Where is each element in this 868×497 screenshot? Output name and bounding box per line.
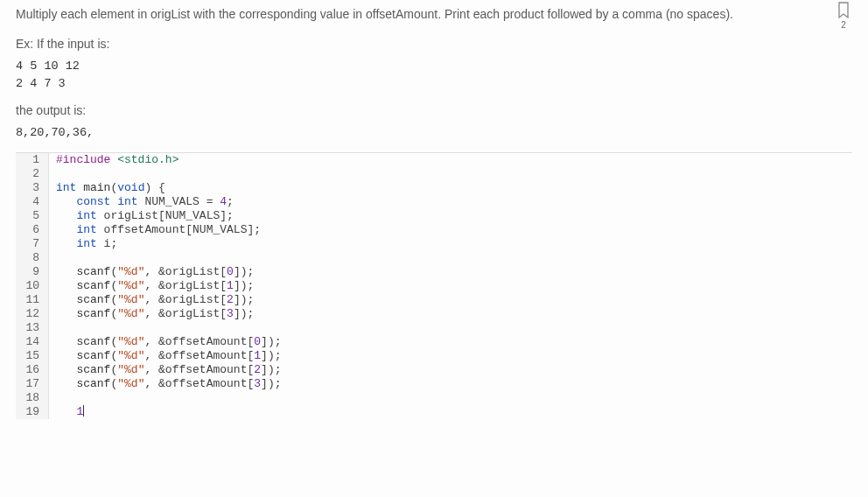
code-content[interactable]: scanf("%d", &origList[3]); — [49, 307, 254, 321]
code-content[interactable]: scanf("%d", &origList[0]); — [49, 265, 254, 279]
line-number: 17 — [16, 377, 49, 391]
code-content[interactable] — [49, 391, 56, 405]
text-cursor — [83, 405, 84, 416]
code-content[interactable]: int origList[NUM_VALS]; — [49, 209, 234, 223]
code-line[interactable]: 17 scanf("%d", &offsetAmount[3]); — [16, 377, 852, 391]
code-content[interactable] — [49, 321, 56, 335]
line-number: 12 — [16, 307, 49, 321]
code-content[interactable]: scanf("%d", &offsetAmount[2]); — [49, 363, 282, 377]
code-content[interactable]: scanf("%d", &offsetAmount[0]); — [49, 335, 282, 349]
code-content[interactable]: const int NUM_VALS = 4; — [49, 195, 234, 209]
line-number: 11 — [16, 293, 49, 307]
line-number: 9 — [16, 265, 49, 279]
line-number: 3 — [16, 181, 49, 195]
code-content[interactable]: scanf("%d", &offsetAmount[1]); — [49, 349, 282, 363]
code-line[interactable]: 1#include <stdio.h> — [16, 153, 852, 167]
code-line[interactable]: 14 scanf("%d", &offsetAmount[0]); — [16, 335, 852, 349]
code-content[interactable]: scanf("%d", &origList[2]); — [49, 293, 254, 307]
line-number: 14 — [16, 335, 49, 349]
line-number: 15 — [16, 349, 49, 363]
code-content[interactable]: int main(void) { — [49, 181, 165, 195]
code-content[interactable] — [49, 251, 56, 265]
line-number: 13 — [16, 321, 49, 335]
example-output-label: the output is: — [16, 103, 852, 117]
code-line[interactable]: 5 int origList[NUM_VALS]; — [16, 209, 852, 223]
code-line[interactable]: 13 — [16, 321, 852, 335]
line-number: 8 — [16, 251, 49, 265]
bookmark-count: 2 — [841, 20, 846, 30]
code-line[interactable]: 15 scanf("%d", &offsetAmount[1]); — [16, 349, 852, 363]
line-number: 5 — [16, 209, 49, 223]
code-line[interactable]: 4 const int NUM_VALS = 4; — [16, 195, 852, 209]
line-number: 7 — [16, 237, 49, 251]
code-line[interactable]: 8 — [16, 251, 852, 265]
code-line[interactable]: 7 int i; — [16, 237, 852, 251]
line-number: 16 — [16, 363, 49, 377]
code-content[interactable]: int offsetAmount[NUM_VALS]; — [49, 223, 261, 237]
code-line[interactable]: 9 scanf("%d", &origList[0]); — [16, 265, 852, 279]
code-line[interactable]: 18 — [16, 391, 852, 405]
code-content[interactable]: 1 — [49, 405, 84, 419]
line-number: 10 — [16, 279, 49, 293]
code-line[interactable]: 19 1 — [16, 405, 852, 419]
code-line[interactable]: 10 scanf("%d", &origList[1]); — [16, 279, 852, 293]
line-number: 1 — [16, 153, 49, 167]
code-editor[interactable]: 1#include <stdio.h>23int main(void) {4 c… — [16, 152, 852, 419]
line-number: 2 — [16, 167, 49, 181]
problem-description: Multiply each element in origList with t… — [16, 5, 786, 24]
line-number: 6 — [16, 223, 49, 237]
code-content[interactable]: int i; — [49, 237, 117, 251]
bookmark-widget[interactable]: 2 — [836, 2, 850, 30]
example-input: 4 5 10 12 2 4 7 3 — [16, 58, 852, 94]
code-content[interactable]: #include <stdio.h> — [49, 153, 178, 167]
line-number: 19 — [16, 405, 49, 419]
example-input-label: Ex: If the input is: — [16, 37, 852, 51]
code-line[interactable]: 11 scanf("%d", &origList[2]); — [16, 293, 852, 307]
code-line[interactable]: 6 int offsetAmount[NUM_VALS]; — [16, 223, 852, 237]
example-output: 8,20,70,36, — [16, 124, 852, 142]
code-line[interactable]: 16 scanf("%d", &offsetAmount[2]); — [16, 363, 852, 377]
code-line[interactable]: 12 scanf("%d", &origList[3]); — [16, 307, 852, 321]
code-line[interactable]: 2 — [16, 167, 852, 181]
line-number: 18 — [16, 391, 49, 405]
bookmark-icon — [836, 2, 850, 19]
code-content[interactable]: scanf("%d", &offsetAmount[3]); — [49, 377, 282, 391]
line-number: 4 — [16, 195, 49, 209]
code-content[interactable]: scanf("%d", &origList[1]); — [49, 279, 254, 293]
code-content[interactable] — [49, 167, 56, 181]
code-line[interactable]: 3int main(void) { — [16, 181, 852, 195]
